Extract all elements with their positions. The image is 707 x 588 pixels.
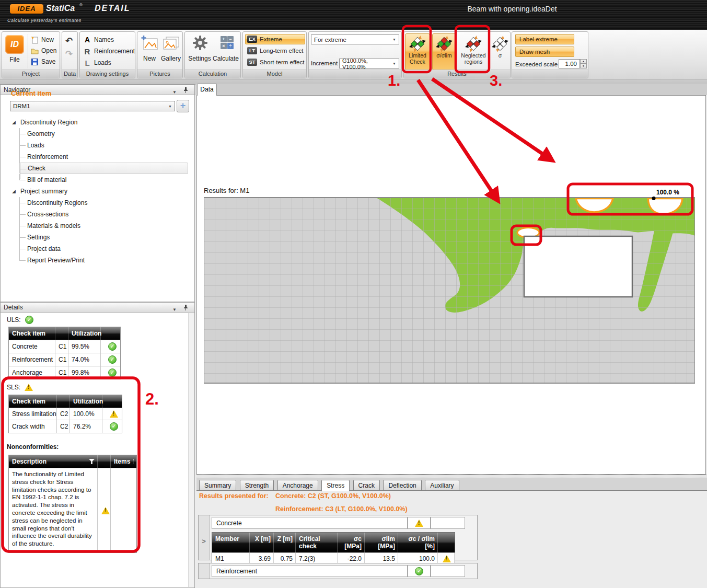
expander-icon[interactable]: ◢ bbox=[12, 189, 16, 194]
details-header[interactable]: Details ▼ bbox=[1, 303, 194, 313]
open-project-button[interactable]: Open bbox=[31, 46, 56, 55]
uls-table: Check item Utilization Concrete C1 99.5%… bbox=[8, 327, 121, 379]
long-term-toggle[interactable]: LT Long-term effect bbox=[245, 45, 305, 56]
save-project-button[interactable]: Save bbox=[31, 57, 55, 66]
tree-node-discontinuity-regions[interactable]: Discontinuity Regions bbox=[19, 197, 190, 209]
gallery-button[interactable] bbox=[161, 35, 180, 54]
chevron-down-icon[interactable]: ▼ bbox=[172, 88, 177, 97]
calculate-icon: +−×÷ bbox=[221, 36, 234, 49]
tab-strength[interactable]: Strength bbox=[240, 480, 274, 490]
document-title: Beam with opening.ideaDet bbox=[366, 5, 658, 13]
reinforcement-toggle[interactable]: R Reinforcement bbox=[83, 47, 135, 56]
expander-icon[interactable]: ◢ bbox=[12, 120, 16, 125]
for-extreme-dropdown[interactable]: For extreme bbox=[311, 34, 399, 44]
filter-icon[interactable] bbox=[89, 459, 95, 464]
names-toggle[interactable]: A Names bbox=[83, 35, 114, 44]
increment-value: G100.0%, V100.0% bbox=[342, 57, 392, 70]
tree-node-project-summary[interactable]: ◢ Project summary bbox=[5, 186, 190, 197]
tree-node-loads[interactable]: Loads bbox=[19, 140, 190, 151]
long-term-badge-icon: LT bbox=[247, 47, 257, 54]
calculate-label: Calculate bbox=[210, 55, 242, 62]
file-button[interactable]: ID bbox=[5, 35, 24, 54]
exceeded-scale-spinner[interactable]: ▲▼ bbox=[580, 59, 587, 68]
results-presented-label: Results presented for: bbox=[199, 492, 269, 500]
mesh-view[interactable] bbox=[204, 187, 695, 384]
new-picture-button[interactable] bbox=[141, 35, 159, 54]
short-term-toggle[interactable]: ST Short-term effect bbox=[245, 57, 305, 67]
col-status bbox=[98, 455, 111, 468]
tab-anchorage[interactable]: Anchorage bbox=[277, 480, 318, 490]
neglected-regions-icon bbox=[465, 35, 482, 53]
add-item-button[interactable]: + bbox=[177, 100, 189, 112]
extreme-label: Extreme bbox=[260, 36, 282, 42]
col-critical-check: Critical check bbox=[296, 533, 338, 552]
tree-label: Project summary bbox=[20, 188, 67, 195]
for-extreme-value: For extreme bbox=[314, 37, 346, 43]
names-label: Names bbox=[94, 36, 114, 43]
reinforcement-group-row[interactable]: Reinforcement bbox=[212, 565, 408, 577]
tab-summary[interactable]: Summary bbox=[199, 480, 236, 490]
label-extreme-toggle[interactable]: Label extreme bbox=[515, 34, 574, 44]
current-item-dropdown[interactable]: DRM1 bbox=[10, 101, 175, 111]
tree-node-cross-sections[interactable]: Cross-sections bbox=[19, 209, 190, 220]
brand-name: StatiCa bbox=[46, 4, 75, 13]
beam-opening bbox=[524, 236, 632, 297]
spin-down-icon[interactable]: ▼ bbox=[580, 64, 587, 68]
nonconformities-label: Nonconformities: bbox=[7, 443, 59, 451]
ribbon-group-data: Data bbox=[62, 31, 78, 78]
col-status bbox=[438, 533, 455, 552]
sls-section-label: SLS: bbox=[7, 384, 33, 391]
spin-up-icon[interactable]: ▲ bbox=[580, 59, 587, 64]
extreme-toggle[interactable]: EX Extreme bbox=[245, 34, 305, 44]
col-sigma-c: σc [MPa] bbox=[338, 533, 365, 552]
tree-node-geometry[interactable]: Geometry bbox=[19, 128, 190, 140]
horizontal-splitter[interactable] bbox=[196, 475, 707, 478]
tab-auxiliary[interactable]: Auxiliary bbox=[425, 480, 459, 490]
exceeded-scale-label: Exceeded scale bbox=[515, 61, 558, 67]
new-project-button[interactable]: New bbox=[31, 35, 54, 44]
loads-toggle[interactable]: L Loads bbox=[83, 58, 111, 67]
gear-icon bbox=[192, 35, 208, 51]
tree-node-report-preview[interactable]: Report Preview/Print bbox=[19, 255, 190, 266]
tree-node-discontinuity-region[interactable]: ◢ Discontinuity Region bbox=[5, 117, 190, 128]
tab-crack[interactable]: Crack bbox=[353, 480, 380, 490]
exceeded-scale-input[interactable]: 1.00 bbox=[559, 59, 580, 68]
sls-warning-icon bbox=[25, 384, 33, 391]
calculate-button[interactable]: +−×÷ bbox=[221, 36, 234, 49]
draw-mesh-toggle[interactable]: Draw mesh bbox=[515, 47, 574, 57]
filter-icon[interactable] bbox=[133, 459, 134, 464]
ribbon-group-drawing-settings: A Names R Reinforcement L Loads Drawing … bbox=[79, 31, 135, 78]
pin-icon[interactable] bbox=[183, 87, 188, 94]
ok-icon bbox=[110, 422, 118, 431]
details-scrollbar[interactable] bbox=[188, 313, 194, 587]
tab-stress[interactable]: Stress bbox=[321, 480, 350, 491]
tree-node-check-selected[interactable]: Check bbox=[19, 163, 188, 174]
sigma-toggle[interactable]: σ bbox=[491, 33, 509, 70]
expand-arrow-icon[interactable]: > bbox=[199, 537, 209, 545]
neglected-regions-toggle[interactable]: Neglected regions bbox=[458, 33, 489, 70]
tree-node-materials-models[interactable]: Materials & models bbox=[19, 220, 190, 232]
details-panel: Details ▼ ULS: Check item Utilization Co… bbox=[0, 302, 195, 588]
redo-button[interactable] bbox=[65, 49, 73, 59]
limited-check-icon bbox=[409, 35, 426, 53]
concrete-group-row[interactable]: Concrete bbox=[212, 517, 408, 529]
warning-icon bbox=[415, 520, 423, 527]
tree-node-settings[interactable]: Settings bbox=[19, 232, 190, 243]
limited-check-toggle[interactable]: Limited Check bbox=[405, 33, 430, 70]
undo-button[interactable] bbox=[65, 36, 73, 45]
navigator-tree: ◢ Discontinuity Region Geometry Loads Re… bbox=[5, 117, 190, 266]
tab-data[interactable]: Data bbox=[197, 84, 217, 96]
increment-dropdown[interactable]: G100.0%, V100.0% bbox=[339, 59, 399, 68]
pin-icon[interactable] bbox=[183, 304, 188, 311]
registered-mark: ® bbox=[79, 3, 83, 7]
new-picture-icon bbox=[141, 35, 159, 52]
reinforcement-result-box: Reinforcement bbox=[198, 563, 478, 579]
tree-node-project-data[interactable]: Project data bbox=[19, 243, 190, 255]
settings-button[interactable] bbox=[192, 35, 208, 53]
tab-deflection[interactable]: Deflection bbox=[383, 480, 421, 490]
tree-label: Materials & models bbox=[27, 222, 80, 229]
tree-node-bill-of-material[interactable]: Bill of material bbox=[19, 174, 190, 186]
col-status bbox=[101, 327, 120, 340]
tree-node-reinforcement[interactable]: Reinforcement bbox=[19, 151, 190, 163]
sigma-slim-toggle[interactable]: σ/σlim bbox=[432, 33, 456, 70]
